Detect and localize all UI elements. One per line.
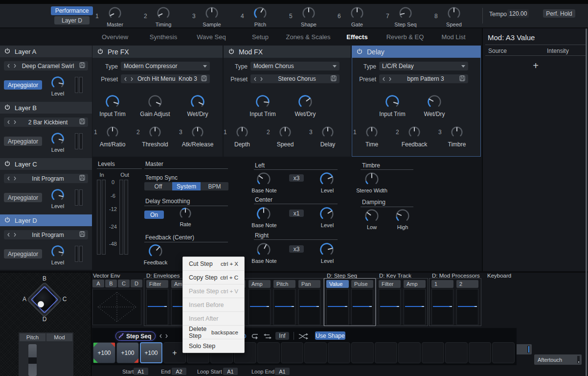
layer-c-level-knob[interactable] xyxy=(51,188,65,204)
save-icon[interactable] xyxy=(79,231,85,238)
mod-fx-type-dropdown[interactable]: Modern Chorus xyxy=(250,62,339,70)
loop-end-value-field[interactable]: A1 xyxy=(275,368,290,375)
layer-b-header[interactable]: Layer B xyxy=(0,102,92,114)
tempo-value-field[interactable]: 120.00 xyxy=(507,9,529,18)
pre-fx-gain-adjust-knob[interactable] xyxy=(148,94,162,111)
scrollbar[interactable] xyxy=(586,28,587,376)
empty-step-cell[interactable] xyxy=(445,342,468,363)
left-multiplier-button[interactable]: x3 xyxy=(289,174,304,182)
layer-b-arpeggiator-button[interactable]: Arpeggiator xyxy=(4,137,42,146)
right-level-knob[interactable] xyxy=(319,242,334,259)
sync-option-system-selected[interactable]: System xyxy=(172,182,201,190)
end-value-field[interactable]: A2 xyxy=(172,368,186,375)
mod-fx-delay-knob[interactable] xyxy=(321,126,334,141)
pre-fx-atk-release-knob[interactable] xyxy=(191,126,204,141)
save-icon[interactable] xyxy=(331,75,337,83)
pre-fx-header[interactable]: Pre FX xyxy=(92,46,223,58)
key-track-tab-amp[interactable]: Amp xyxy=(404,280,426,288)
loop-start-value-field[interactable]: A1 xyxy=(223,368,238,375)
step-cell-2[interactable]: +100 xyxy=(116,342,139,363)
damping-low-knob[interactable] xyxy=(364,209,379,225)
menu-item-copy-step[interactable]: Copy Stepctrl + C xyxy=(183,270,244,284)
mod-processor-1-preview[interactable] xyxy=(431,289,453,325)
feedback-center-knob[interactable] xyxy=(148,244,163,260)
macro-knob-pitch[interactable] xyxy=(253,6,267,22)
key-track-filter-preview[interactable] xyxy=(379,289,401,325)
next-preset-icon[interactable] xyxy=(260,77,263,81)
prev-preset-icon[interactable] xyxy=(7,233,10,237)
empty-step-cell[interactable] xyxy=(304,342,327,363)
delay-type-dropdown[interactable]: L/C/R Delay xyxy=(379,62,468,70)
shuffle-icon[interactable] xyxy=(298,332,309,342)
envelope-tab-filter[interactable]: Filter xyxy=(146,280,168,288)
center-multiplier-button[interactable]: x1 xyxy=(289,210,304,217)
next-lane-icon[interactable] xyxy=(165,334,168,338)
vector-env-preview[interactable] xyxy=(92,289,141,325)
right-multiplier-button[interactable]: x3 xyxy=(289,245,304,253)
vector-env-tab-c[interactable]: C xyxy=(118,280,130,287)
lfo-tab-pitch[interactable]: Pitch xyxy=(273,280,295,288)
next-preset-icon[interactable] xyxy=(13,64,17,68)
mod-fx-depth-knob[interactable] xyxy=(236,126,249,141)
power-icon[interactable] xyxy=(97,48,103,56)
keyboard-aftertouch-button[interactable]: Aftertouch xyxy=(534,354,582,365)
menu-item-solo-step[interactable]: Solo Step xyxy=(183,339,244,352)
layer-b-preset-field[interactable]: 2 Bar Kickbient xyxy=(4,118,88,127)
smoothing-on-button[interactable]: On xyxy=(144,211,164,219)
macro-knob-speed[interactable] xyxy=(447,6,461,22)
layer-a-preset-field[interactable]: Deep Caramel Swirl xyxy=(4,61,88,70)
power-icon[interactable] xyxy=(357,48,362,56)
power-icon[interactable] xyxy=(228,48,234,56)
left-level-knob[interactable] xyxy=(319,172,334,188)
pre-fx-input-trim-knob[interactable] xyxy=(105,94,120,111)
mod-fx-input-trim-knob[interactable] xyxy=(255,94,270,111)
prev-preset-icon[interactable] xyxy=(7,64,10,68)
vector-joystick-handle[interactable] xyxy=(38,301,44,307)
menu-item-insert-after-disabled[interactable]: Insert After xyxy=(183,311,244,325)
delay-header-selected[interactable]: Delay xyxy=(352,46,481,58)
empty-step-cell[interactable] xyxy=(398,342,421,363)
prev-lane-icon[interactable] xyxy=(159,334,162,338)
mod-fx-wet-dry-knob[interactable] xyxy=(298,94,313,111)
layer-c-preset-field[interactable]: Init Program xyxy=(4,174,88,183)
layer-a-header[interactable]: Layer A xyxy=(0,46,92,57)
add-mod-source-button[interactable]: + xyxy=(530,60,542,71)
smoothing-rate-knob[interactable] xyxy=(179,207,192,222)
macro-knob-step-seq[interactable] xyxy=(399,6,412,22)
next-preset-icon[interactable] xyxy=(13,233,17,237)
layer-d-arpeggiator-button[interactable]: Arpeggiator xyxy=(4,249,42,258)
lfo-pan-preview[interactable] xyxy=(298,289,320,325)
prev-preset-icon[interactable] xyxy=(253,77,257,81)
step-cell-1[interactable]: +100 xyxy=(93,342,115,363)
delay-wet-dry-knob[interactable] xyxy=(427,94,442,111)
delay-input-trim-knob[interactable] xyxy=(385,94,400,111)
next-preset-icon[interactable] xyxy=(13,176,17,181)
delay-timbre-knob[interactable] xyxy=(451,126,463,141)
pre-fx-preset-field[interactable]: Orch Hit Menu Knob 3 xyxy=(121,74,210,83)
menu-item-insert-before-disabled[interactable]: Insert Before xyxy=(183,298,244,311)
step-seq-value-preview[interactable] xyxy=(326,289,349,325)
loop-backward-icon[interactable] xyxy=(250,332,260,342)
stereo-width-knob[interactable] xyxy=(364,172,379,188)
mod-fx-speed-knob[interactable] xyxy=(279,126,292,141)
power-icon[interactable] xyxy=(4,217,10,224)
key-track-amp-preview[interactable] xyxy=(404,289,426,325)
lfo-tab-amp[interactable]: Amp xyxy=(249,280,271,288)
empty-step-cell[interactable] xyxy=(328,342,350,363)
prev-preset-icon[interactable] xyxy=(382,77,385,81)
delay-time-knob[interactable] xyxy=(365,126,378,141)
empty-step-cell[interactable] xyxy=(281,342,303,363)
key-track-tab-filter[interactable]: Filter xyxy=(379,280,401,288)
save-icon[interactable] xyxy=(459,75,465,83)
next-preset-icon[interactable] xyxy=(130,77,134,81)
lfo-amp-preview[interactable] xyxy=(249,289,271,325)
menu-item-cut-step[interactable]: Cut Stepctrl + X xyxy=(183,257,244,270)
sync-option-off[interactable]: Off xyxy=(144,182,172,190)
layer-d-header-selected[interactable]: Layer D xyxy=(0,214,92,226)
use-shape-button[interactable]: Use Shape xyxy=(315,331,345,340)
center-base-note-knob[interactable] xyxy=(256,207,271,223)
empty-step-cell[interactable] xyxy=(351,342,374,363)
loop-bounce-icon[interactable] xyxy=(262,332,273,342)
macro-knob-gate[interactable] xyxy=(350,6,364,22)
mod-fx-preset-field[interactable]: Stereo Chorus xyxy=(250,74,339,83)
